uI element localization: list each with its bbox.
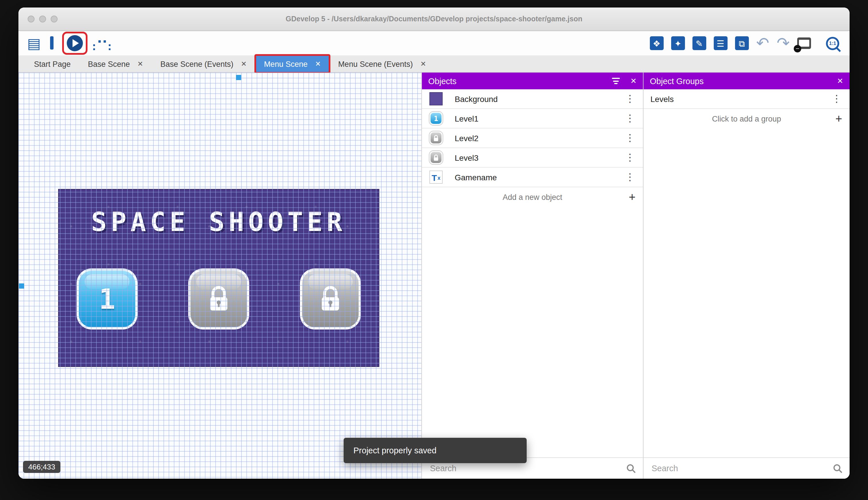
groups-panel-empty-area: [644, 128, 849, 457]
level1-button-instance[interactable]: 1: [77, 269, 138, 329]
padlock-icon: [318, 285, 343, 313]
tab-menu-scene-events[interactable]: Menu Scene (Events) ✕: [329, 56, 435, 72]
search-icon[interactable]: [833, 463, 843, 473]
project-manager-icon[interactable]: ▤: [26, 36, 42, 51]
filter-icon[interactable]: [612, 78, 620, 84]
tab-label: Base Scene: [88, 60, 130, 68]
objects-panel: Objects ✕ Background ⋮ 1 Level1: [421, 72, 643, 479]
minus-badge-icon: [794, 45, 801, 53]
resize-handle-top[interactable]: [236, 75, 241, 80]
instances-list-icon[interactable]: ☰: [714, 36, 728, 50]
add-object-label: Add a new object: [430, 193, 635, 201]
kebab-menu-icon[interactable]: ⋮: [624, 153, 636, 162]
zoom-window-button[interactable]: [51, 15, 58, 22]
scenes-window-icon[interactable]: [50, 38, 54, 48]
object-groups-panel: Object Groups ✕ Levels ⋮ Click to add a …: [643, 72, 849, 479]
undo-icon[interactable]: ↶: [756, 35, 769, 51]
background-thumbnail: [429, 92, 443, 106]
add-group-row[interactable]: Click to add a group +: [644, 109, 849, 128]
editor-tabs: Start Page Base Scene ✕ Base Scene (Even…: [19, 56, 849, 72]
text-object-thumbnail: Tx: [429, 170, 443, 184]
background-instance[interactable]: SPACE SHOOTER 1: [58, 189, 379, 367]
tab-close-icon[interactable]: ✕: [137, 60, 143, 68]
object-name: Background: [455, 94, 497, 103]
resize-handle-left[interactable]: [19, 283, 24, 288]
toast-message: Project properly saved: [353, 446, 437, 455]
group-name: Levels: [650, 94, 674, 103]
close-icon[interactable]: ✕: [630, 77, 637, 85]
level3-button-instance[interactable]: [300, 269, 361, 329]
kebab-menu-icon[interactable]: ⋮: [624, 113, 636, 123]
search-icon[interactable]: [626, 463, 636, 473]
level2-thumbnail: [429, 131, 443, 145]
object-name: Level2: [455, 133, 479, 143]
tab-label: Menu Scene (Events): [338, 60, 413, 68]
cursor-coordinates: 466;433: [23, 461, 60, 473]
properties-icon[interactable]: ✎: [692, 36, 706, 50]
kebab-menu-icon[interactable]: ⋮: [624, 94, 636, 104]
groups-panel-header: Object Groups ✕: [644, 72, 849, 89]
objects-panel-header: Objects ✕: [422, 72, 643, 89]
padlock-icon: [433, 154, 439, 161]
tab-close-icon[interactable]: ✕: [241, 60, 247, 68]
window-mask-button[interactable]: [797, 37, 811, 49]
gdevelop-window: GDevelop 5 - /Users/dkarakay/Documents/G…: [19, 8, 849, 479]
kebab-menu-icon[interactable]: ⋮: [624, 172, 636, 182]
redo-icon[interactable]: ↷: [777, 35, 790, 51]
kebab-menu-icon[interactable]: ⋮: [624, 133, 636, 143]
window-icon: [50, 36, 54, 49]
level1-number: 1: [99, 283, 115, 315]
kebab-menu-icon[interactable]: ⋮: [831, 94, 843, 104]
tab-close-icon[interactable]: ✕: [421, 60, 426, 68]
object-row-level1[interactable]: 1 Level1 ⋮: [422, 109, 643, 128]
zoom-icon[interactable]: 1:1: [826, 37, 839, 50]
objects-panel-title: Objects: [428, 76, 456, 86]
tab-label: Base Scene (Events): [160, 60, 233, 68]
close-window-button[interactable]: [28, 15, 35, 22]
groups-search-input[interactable]: [650, 463, 828, 474]
window-title: GDevelop 5 - /Users/dkarakay/Documents/G…: [286, 15, 583, 23]
object-groups-editor-icon[interactable]: ✦: [671, 36, 685, 50]
toolbar-right-group: ❖ ✦ ✎ ☰ ⧉ ↶ ↷ 1:1: [650, 35, 842, 51]
tab-base-scene[interactable]: Base Scene ✕: [80, 56, 152, 72]
object-row-level2[interactable]: Level2 ⋮: [422, 128, 643, 148]
minimize-window-button[interactable]: [39, 15, 46, 22]
gamename-text-instance[interactable]: SPACE SHOOTER: [59, 207, 379, 237]
group-row-levels[interactable]: Levels ⋮: [644, 89, 849, 109]
object-name: Level3: [455, 153, 479, 162]
tab-base-scene-events[interactable]: Base Scene (Events) ✕: [152, 56, 255, 72]
play-icon: [72, 39, 79, 47]
preview-play-button[interactable]: [67, 35, 83, 51]
scene-canvas[interactable]: SPACE SHOOTER 1: [19, 72, 421, 479]
object-row-level3[interactable]: Level3 ⋮: [422, 148, 643, 168]
object-row-background[interactable]: Background ⋮: [422, 89, 643, 109]
title-bar: GDevelop 5 - /Users/dkarakay/Documents/G…: [19, 8, 849, 31]
objects-panel-empty-area: [422, 207, 643, 457]
close-icon[interactable]: ✕: [837, 77, 843, 85]
main-toolbar: ▤ ❖ ✦ ✎ ☰ ⧉ ↶ ↷: [19, 31, 849, 56]
level1-thumbnail: 1: [429, 111, 443, 126]
save-toast: Project properly saved: [344, 438, 527, 463]
tab-start-page[interactable]: Start Page: [25, 56, 80, 72]
object-name: Level1: [455, 114, 479, 123]
objects-search-input[interactable]: [429, 463, 622, 474]
zoom-label: 1:1: [829, 40, 836, 46]
tab-label: Menu Scene: [264, 60, 308, 68]
tab-label: Start Page: [34, 60, 71, 68]
objects-editor-icon[interactable]: ❖: [650, 36, 664, 50]
level-buttons-row: 1: [59, 269, 379, 329]
plus-icon[interactable]: +: [835, 113, 842, 124]
add-object-row[interactable]: Add a new object +: [422, 187, 643, 207]
groups-search-row: [644, 457, 849, 479]
level2-button-instance[interactable]: [188, 269, 249, 329]
groups-panel-title: Object Groups: [650, 76, 704, 86]
object-name: Gamename: [455, 172, 497, 182]
tab-menu-scene[interactable]: Menu Scene ✕: [255, 56, 329, 72]
groups-header-icons: ✕: [837, 77, 843, 85]
traffic-lights: [28, 8, 58, 31]
desktop-background: GDevelop 5 - /Users/dkarakay/Documents/G…: [0, 0, 868, 500]
plus-icon[interactable]: +: [629, 191, 635, 203]
tab-close-icon[interactable]: ✕: [315, 60, 321, 68]
layers-icon[interactable]: ⧉: [735, 36, 749, 50]
object-row-gamename[interactable]: Tx Gamename ⋮: [422, 168, 643, 187]
